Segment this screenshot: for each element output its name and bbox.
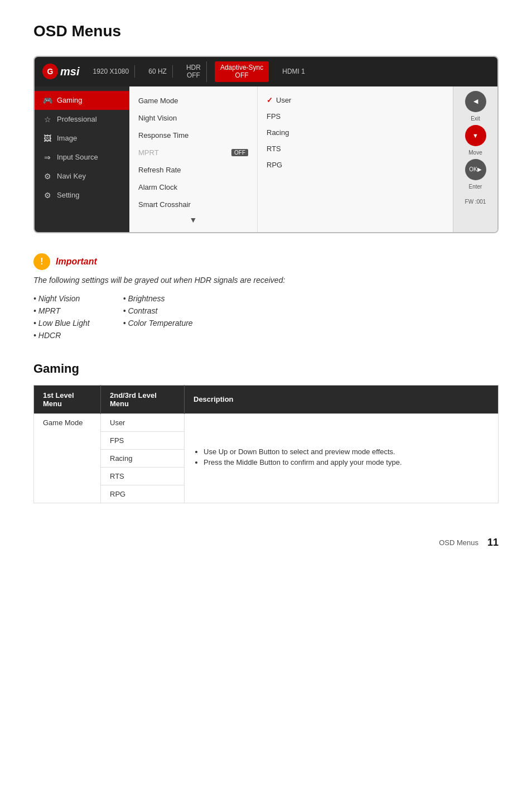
footer-label: OSD Menus <box>439 538 478 547</box>
sidebar-item-professional[interactable]: ☆ Professional <box>35 110 129 129</box>
move-button[interactable]: ▼ <box>465 125 486 146</box>
table-header-second: 2nd/3rd Level Menu <box>101 385 185 413</box>
topbar-hz: 60 HZ <box>143 65 173 78</box>
middle-alarm-clock[interactable]: Alarm Clock <box>129 179 257 196</box>
osd-logo-text: msi <box>60 65 79 78</box>
enter-label: Enter <box>469 184 482 190</box>
setting-icon: ⚙ <box>42 190 52 200</box>
check-mark-user: ✓ <box>267 96 273 104</box>
right-racing[interactable]: Racing <box>267 124 444 141</box>
desc-item-1: Use Up or Down Button to select and prev… <box>204 447 489 456</box>
topbar-hdr: HDROFF <box>181 61 207 82</box>
table-cell-racing: Racing <box>101 449 185 467</box>
middle-night-vision-label: Night Vision <box>138 114 177 122</box>
important-body: The following settings will be grayed ou… <box>33 276 499 285</box>
mprt-off-badge: OFF <box>231 149 248 156</box>
important-list-left: Night Vision MPRT Low Blue Light HDCR <box>33 292 90 341</box>
middle-night-vision[interactable]: Night Vision <box>129 109 257 127</box>
important-list-right: Brightness Contrast Color Temperature <box>123 292 193 341</box>
right-rpg-label: RPG <box>267 161 282 169</box>
footer-page-number: 11 <box>487 537 499 548</box>
exit-label: Exit <box>471 115 480 122</box>
table-cell-fps: FPS <box>101 431 185 449</box>
sidebar-item-input-source[interactable]: ⇒ Input Source <box>35 148 129 167</box>
table-header-third: Description <box>185 385 499 413</box>
middle-smart-crosshair[interactable]: Smart Crosshair <box>129 196 257 213</box>
important-lists: Night Vision MPRT Low Blue Light HDCR Br… <box>33 292 499 341</box>
sidebar-item-image[interactable]: 🖼 Image <box>35 129 129 148</box>
osd-topbar: G msi 1920 X1080 60 HZ HDROFF Adaptive-S… <box>35 57 497 86</box>
list-item-night-vision: Night Vision <box>33 292 90 305</box>
middle-refresh-rate[interactable]: Refresh Rate <box>129 161 257 179</box>
image-icon: 🖼 <box>42 133 52 143</box>
right-rts-label: RTS <box>267 145 281 153</box>
table-cell-first-level: Game Mode <box>34 413 101 503</box>
middle-alarm-clock-label: Alarm Clock <box>138 183 177 191</box>
important-icon: ! <box>33 253 50 270</box>
table-cell-user: User <box>101 413 185 431</box>
gaming-section: Gaming 1st Level Menu 2nd/3rd Level Menu… <box>33 362 499 503</box>
list-item-color-temperature: Color Temperature <box>123 317 193 329</box>
input-source-icon: ⇒ <box>42 152 52 162</box>
topbar-adaptive-sync: Adaptive-SyncOFF <box>215 61 269 82</box>
right-fps[interactable]: FPS <box>267 108 444 124</box>
table-cell-rpg: RPG <box>101 485 185 503</box>
middle-game-mode-label: Game Mode <box>138 97 178 105</box>
table-cell-rts: RTS <box>101 467 185 485</box>
page-footer: OSD Menus 11 <box>33 537 499 548</box>
table-cell-description: Use Up or Down Button to select and prev… <box>185 413 499 503</box>
osd-body: 🎮 Gaming ☆ Professional 🖼 Image ⇒ Input … <box>35 86 497 232</box>
list-item-low-blue-light: Low Blue Light <box>33 317 90 329</box>
sidebar-navi-key-label: Navi Key <box>57 172 86 180</box>
table-row: Game Mode User Use Up or Down Button to … <box>34 413 499 431</box>
sidebar-item-gaming[interactable]: 🎮 Gaming <box>35 91 129 110</box>
sidebar-setting-label: Setting <box>57 191 79 199</box>
list-item-hdcr: HDCR <box>33 329 90 341</box>
list-item-brightness: Brightness <box>123 292 193 305</box>
table-header-first: 1st Level Menu <box>34 385 101 413</box>
gaming-icon: 🎮 <box>42 95 52 105</box>
osd-controls: ◀ Exit ▼ Move OK▶ Enter FW :001 <box>453 86 497 232</box>
sidebar-gaming-label: Gaming <box>57 96 83 104</box>
right-fps-label: FPS <box>267 112 280 121</box>
middle-game-mode[interactable]: Game Mode <box>129 92 257 109</box>
middle-refresh-rate-label: Refresh Rate <box>138 166 181 174</box>
important-title: Important <box>56 257 97 267</box>
enter-button[interactable]: OK▶ <box>465 159 486 180</box>
move-label: Move <box>468 150 482 156</box>
middle-mprt-label: MPRT <box>138 148 159 157</box>
right-rpg[interactable]: RPG <box>267 157 444 173</box>
osd-middle-menu: Game Mode Night Vision Response Time MPR… <box>129 86 258 232</box>
middle-mprt[interactable]: MPRT OFF <box>129 144 257 161</box>
msi-logo-icon: G <box>42 64 58 79</box>
fw-label: FW :001 <box>465 199 486 205</box>
right-user-label: User <box>276 96 291 104</box>
right-rts[interactable]: RTS <box>267 141 444 157</box>
osd-sidebar: 🎮 Gaming ☆ Professional 🖼 Image ⇒ Input … <box>35 86 129 232</box>
page-title: OSD Menus <box>33 22 499 40</box>
sidebar-professional-label: Professional <box>57 115 97 123</box>
middle-response-time-label: Response Time <box>138 131 188 139</box>
osd-right-menu: ✓ User FPS Racing RTS RPG <box>258 86 453 232</box>
sidebar-image-label: Image <box>57 134 77 142</box>
gaming-section-title: Gaming <box>33 362 499 376</box>
osd-logo: G msi <box>42 64 79 79</box>
list-item-contrast: Contrast <box>123 305 193 317</box>
sidebar-item-navi-key[interactable]: ⚙ Navi Key <box>35 167 129 186</box>
right-user[interactable]: ✓ User <box>267 92 444 108</box>
important-section: ! Important The following settings will … <box>33 253 499 341</box>
scroll-down-arrow: ▼ <box>129 213 257 227</box>
right-racing-label: Racing <box>267 128 289 137</box>
middle-response-time[interactable]: Response Time <box>129 127 257 144</box>
gaming-table: 1st Level Menu 2nd/3rd Level Menu Descri… <box>33 385 499 503</box>
middle-smart-crosshair-label: Smart Crosshair <box>138 200 191 209</box>
osd-monitor: G msi 1920 X1080 60 HZ HDROFF Adaptive-S… <box>33 56 499 233</box>
important-header: ! Important <box>33 253 499 270</box>
navi-key-icon: ⚙ <box>42 171 52 181</box>
exit-button[interactable]: ◀ <box>465 91 486 112</box>
sidebar-input-source-label: Input Source <box>57 153 98 161</box>
topbar-resolution: 1920 X1080 <box>87 65 135 78</box>
sidebar-item-setting[interactable]: ⚙ Setting <box>35 186 129 205</box>
topbar-hdmi: HDMI 1 <box>277 65 311 78</box>
professional-icon: ☆ <box>42 114 52 124</box>
